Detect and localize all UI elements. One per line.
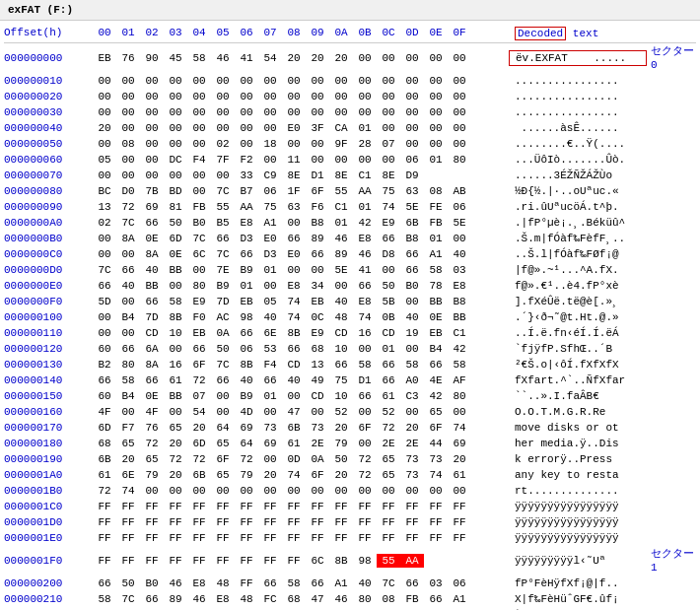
hex-cell: 10	[329, 389, 353, 403]
hex-cell: 00	[140, 137, 164, 151]
hex-cell: 20	[258, 468, 282, 482]
hex-cell: 40	[282, 373, 306, 387]
hex-cell: 00	[353, 153, 377, 167]
hex-cell: 00	[353, 74, 377, 88]
hex-cell: 00	[258, 153, 282, 167]
hex-col-header: 07	[258, 27, 282, 40]
hex-cell: 20	[282, 51, 306, 65]
hex-cell: 00	[329, 484, 353, 498]
hex-cell: 52	[377, 405, 400, 419]
hex-cell: FF	[353, 500, 377, 513]
hex-cell: 06	[448, 200, 471, 214]
decoded-text: ...ÜôIò.......Ûò.	[509, 153, 647, 167]
row-hex-bytes: EB769045584641542020200000000000	[93, 51, 509, 65]
decoded-text: ......3ÉŽÑŽÁŽÙo	[509, 169, 647, 182]
hex-col-header: 06	[235, 27, 258, 40]
hex-cell: 66	[377, 373, 400, 387]
hex-cell: 8B	[235, 358, 258, 372]
table-row: 0000000F05D006658E97DEB0574EB40E85B00BBB…	[4, 294, 696, 309]
hex-cell: 00	[424, 74, 448, 88]
decoded-text: ].fXéÛë.të@è[.»¸	[509, 295, 647, 308]
hex-cell: 00	[235, 74, 258, 88]
hex-cell: 00	[329, 279, 353, 293]
hex-cell: 00	[306, 153, 329, 167]
hex-cell: B7	[235, 184, 258, 198]
row-offset: 000000140	[4, 373, 93, 387]
hex-cell: CD	[329, 326, 353, 340]
hex-cell: 00	[187, 184, 211, 198]
hex-cell: C1	[353, 169, 377, 182]
decoded-text: ..Í.ë.fn‹éÍ.Í.ëÁ	[509, 326, 647, 340]
hex-cell: 16	[164, 358, 187, 372]
row-hex-bytes: 00000000000033C98ED18EC18ED9	[93, 169, 509, 182]
hex-cell: 66	[93, 279, 116, 293]
hex-cell: 01	[258, 263, 282, 277]
hex-cell: 00	[282, 216, 306, 230]
hex-cell: 66	[140, 592, 164, 606]
hex-cell: 00	[306, 137, 329, 151]
hex-cell: CA	[329, 121, 353, 135]
hex-cell: 6F	[211, 452, 235, 466]
table-row: 0000001D0FFFFFFFFFFFFFFFFFFFFFFFFFFFFFFF…	[4, 514, 696, 530]
hex-cell: FF	[187, 500, 211, 513]
hex-cell: E8	[235, 216, 258, 230]
hex-cell: 74	[448, 421, 471, 435]
hex-cell: 55	[211, 200, 235, 214]
hex-cell: 00	[329, 153, 353, 167]
decoded-text: .ri.ûUªucöÁ.t^þ.	[509, 200, 647, 214]
hex-cell: EB	[306, 295, 329, 308]
hex-cell: FF	[116, 531, 140, 545]
row-offset: 000000030	[4, 105, 93, 119]
hex-cell: 00	[164, 137, 187, 151]
hex-cell: A1	[448, 592, 471, 606]
hex-cell: 00	[377, 153, 400, 167]
hex-cell: 58	[353, 358, 377, 372]
hex-cell: AA	[400, 554, 424, 568]
hex-cell: AA	[353, 184, 377, 198]
hex-cell: 00	[235, 90, 258, 103]
hex-cell: 65	[164, 421, 187, 435]
hex-cell: 20	[448, 452, 471, 466]
decoded-text: ½Ð{½.|·..oUªuc.«	[509, 184, 647, 198]
hex-cell: FF	[116, 554, 140, 568]
hex-cell: 03	[424, 576, 448, 590]
hex-cell: 5E	[400, 200, 424, 214]
hex-cell: 58	[400, 358, 424, 372]
row-hex-bytes: 008A0E6D7C66D3E0668946E866B80100	[93, 232, 509, 245]
row-hex-bytes: 4F004F0054004D004700520052006500	[93, 405, 509, 419]
hex-cell: 6C	[306, 554, 329, 568]
hex-cell: 63	[282, 200, 306, 214]
hex-cell: 00	[211, 405, 235, 419]
column-header: Offset(h) 000102030405060708090A0B0C0D0E…	[4, 25, 696, 43]
hex-cell: 48	[211, 576, 235, 590]
hex-cell: 00	[116, 74, 140, 88]
hex-cell: A1	[424, 247, 448, 261]
hex-cell: BB	[164, 389, 187, 403]
hex-cell: 00	[282, 105, 306, 119]
hex-cell: B8	[306, 216, 329, 230]
hex-cell: AB	[448, 184, 471, 198]
hex-cell: 40	[448, 247, 471, 261]
table-row: 0000000D07C6640BB007EB90100005E410066580…	[4, 262, 696, 278]
hex-cell: 00	[211, 105, 235, 119]
hex-cell: 40	[235, 373, 258, 387]
hex-cell: 00	[235, 137, 258, 151]
hex-cell: 00	[448, 74, 471, 88]
table-row: 0000000300000000000000000000000000000000…	[4, 104, 696, 120]
hex-cell: FF	[306, 531, 329, 545]
hex-cell: 00	[282, 484, 306, 498]
hex-cell: 00	[116, 326, 140, 340]
hex-cell: 00	[211, 484, 235, 498]
hex-cell: 58	[448, 358, 471, 372]
hex-cell: 00	[164, 105, 187, 119]
decoded-text: ................	[509, 74, 647, 88]
hex-cell: 00	[448, 232, 471, 245]
hex-cell: 58	[116, 373, 140, 387]
hex-cell: 80	[448, 153, 471, 167]
hex-cell: 00	[448, 90, 471, 103]
hex-cell: 63	[400, 184, 424, 198]
row-hex-bytes: FFFFFFFFFFFFFFFFFFFFFFFFFFFFFFFF	[93, 500, 509, 513]
hex-cell: 4F	[93, 405, 116, 419]
hex-cell: D1	[306, 169, 329, 182]
hex-cell: 79	[329, 437, 353, 450]
